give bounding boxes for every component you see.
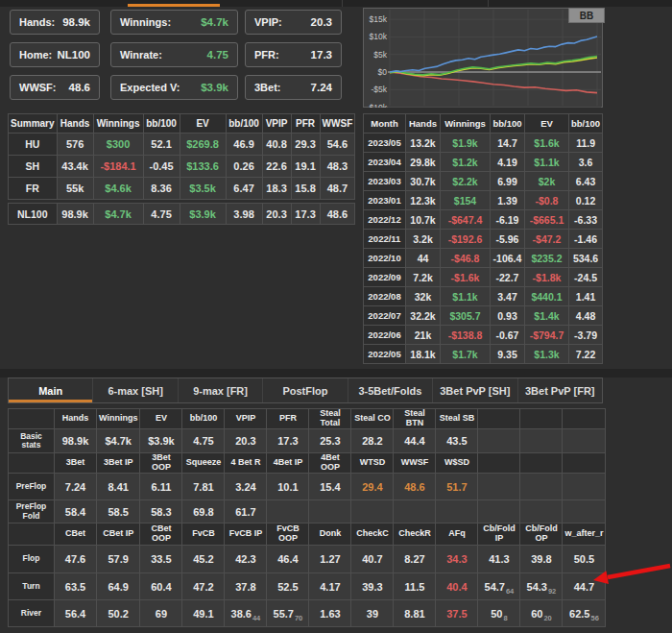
stats-header-cell: Squeeze: [182, 453, 225, 474]
stats-row-label: PreFlop: [9, 474, 55, 500]
month-cell: -$1.8k: [525, 268, 569, 287]
stat-box-expectedv: Expected V:$3.9k: [110, 75, 238, 100]
y-axis-tick: -$5k: [371, 85, 387, 94]
summary-table: SummaryHandsWinningsbb/100EVbb/100VPIPPF…: [8, 113, 355, 225]
stat-label: WWSF:: [19, 82, 56, 93]
stat-label: Winnings:: [120, 16, 171, 28]
month-row-label: 2023/05: [364, 134, 406, 153]
month-cell: -22.7: [491, 268, 525, 287]
month-row-label: 2022/11: [364, 230, 406, 249]
stats-cell: [478, 474, 520, 500]
summary-header-cell: Winnings: [93, 114, 143, 134]
month-row: 2022/1210.7k-$647.4-6.19-$665.1-6.33: [364, 210, 603, 230]
stat-label: Winrate:: [120, 49, 162, 61]
month-row-label: 2022/09: [364, 268, 406, 287]
stats-header-cell: Steal CO: [351, 409, 394, 429]
stats-header-cell: FvCB OOP: [267, 523, 309, 546]
stats-header-cell: 4 Bet R: [225, 453, 267, 474]
stats-row: PreFlop7.248.416.117.813.2410.115.429.44…: [9, 474, 606, 500]
stats-header-cell: Donk: [309, 523, 351, 546]
y-axis-tick: $5k: [373, 50, 387, 60]
stats-header-cell: CBet: [55, 523, 97, 546]
summary-row-label: FR: [9, 178, 58, 200]
summary-header-cell: WWSF: [320, 114, 355, 134]
stat-value: 4.75: [207, 49, 228, 61]
summary-cell: 48.6: [320, 204, 355, 225]
stat-box-winnings: Winnings:$4.7k: [110, 10, 238, 35]
stats-cell: 4.75: [182, 429, 225, 453]
summary-cell: $4.6k: [93, 178, 143, 200]
summary-cell: $300: [93, 134, 143, 156]
tab-main[interactable]: Main: [9, 378, 92, 402]
bb-units-button[interactable]: BB: [568, 8, 605, 23]
stats-header-cell: CheckR: [394, 523, 436, 546]
active-top-tab-underline: [128, 4, 220, 7]
tab-postflop[interactable]: PostFlop: [262, 378, 347, 402]
summary-row: SH43.4k-$184.1-0.45$133.60.2622.619.148.…: [9, 156, 355, 178]
top-tab-separator: [488, 0, 489, 7]
winnings-graph-panel: $15k$10k$5k$0-$5k-$10k BB: [363, 8, 603, 108]
tab-3-5bet-folds[interactable]: 3-5Bet/Folds: [348, 378, 432, 402]
y-axis-tick: $0: [378, 67, 388, 77]
stats-cell: 3.24: [225, 474, 267, 500]
stats-cell: 39: [351, 600, 394, 627]
summary-cell: 54.6: [320, 134, 355, 156]
stats-cell: 10.1: [267, 474, 309, 500]
stats-cell: 8.41: [97, 474, 140, 500]
month-row: 2023/0330.7k$2.2k6.99$2k6.43: [364, 172, 603, 191]
month-cell: 3.47: [491, 287, 525, 306]
summary-cell: $3.9k: [180, 204, 226, 225]
month-cell: 4.48: [569, 306, 603, 326]
stats-row: 3Bet3Bet IP3Bet OOPSqueeze4 Bet R4Bet IP…: [9, 453, 606, 474]
stats-header-cell: Hands: [55, 409, 97, 429]
stats-cell: 47.6: [55, 546, 97, 573]
stats-cell: 11.5: [394, 573, 436, 600]
month-cell: 30.7k: [406, 172, 441, 191]
summary-cell: 4.75: [143, 204, 180, 225]
summary-cell: 48.3: [320, 156, 355, 178]
month-cell: 9.35: [491, 345, 525, 364]
stats-cell: 15.4: [309, 474, 351, 500]
stats-cell: 46.4: [267, 546, 309, 573]
stats-header-cell: Steal SB: [436, 409, 478, 429]
y-axis-tick: $15k: [370, 14, 388, 24]
stats-cell: 98.9k: [55, 429, 97, 453]
summary-cell: 48.7: [320, 178, 355, 200]
stat-box-winrate: Winrate:4.75: [110, 42, 238, 67]
stats-cell: 28.2: [351, 429, 394, 453]
summary-cell: 8.36: [143, 178, 180, 200]
stat-value: 20.3: [311, 16, 332, 28]
month-cell: 21k: [406, 326, 441, 345]
stats-header-cell: CheckC: [351, 523, 394, 546]
summary-cell: 43.4k: [57, 156, 93, 178]
stats-cell: 48.6: [394, 474, 436, 500]
section-divider: [0, 369, 672, 377]
stats-row: Turn63.564.960.447.237.852.54.1739.311.5…: [9, 573, 606, 600]
stats-header-cell: CBet IP: [97, 523, 140, 546]
month-cell: 0.12: [569, 191, 603, 210]
month-cell: 12.3k: [406, 191, 441, 210]
tab-9-max-fr[interactable]: 9-max [FR]: [178, 378, 262, 402]
month-row-label: 2022/07: [364, 306, 406, 326]
tab-3bet-pvp-fr[interactable]: 3Bet PvP [FR]: [517, 378, 602, 402]
stats-cell: 37.8: [225, 573, 267, 600]
month-cell: -$0.8: [525, 191, 569, 210]
stats-cell: 61.7: [225, 500, 267, 523]
tab-3bet-pvp-sh[interactable]: 3Bet PvP [SH]: [432, 378, 516, 402]
month-cell: 14.7: [491, 134, 525, 153]
stat-label: Expected V:: [120, 82, 180, 93]
stats-row: Basic stats98.9k$4.7k$3.9k4.7520.317.325…: [9, 429, 606, 453]
month-cell: 32k: [406, 287, 441, 306]
stats-cell: [563, 429, 606, 453]
stats-row: PreFlop Fold58.458.558.369.861.7: [9, 500, 606, 523]
summary-header-cell: VPIP: [262, 114, 291, 134]
stats-cell: 54.764: [478, 573, 520, 600]
stat-value: 98.9k: [62, 16, 90, 28]
summary-cell: 18.3: [262, 178, 291, 200]
month-row-label: 2022/06: [364, 326, 406, 345]
stats-header-cell: w_after_r: [563, 523, 606, 546]
month-row-label: 2023/03: [364, 172, 406, 191]
stats-cell: 7.81: [182, 474, 225, 500]
tab-6-max-sh[interactable]: 6-max [SH]: [92, 378, 177, 402]
stats-row-label: Basic stats: [9, 429, 55, 453]
